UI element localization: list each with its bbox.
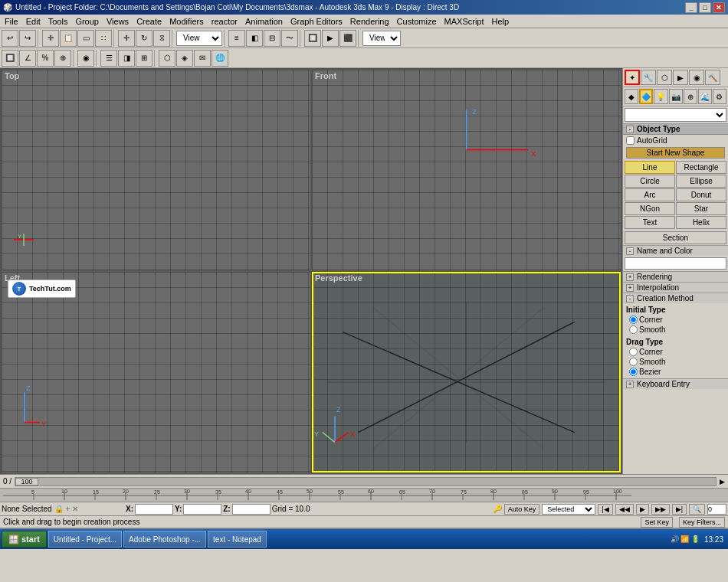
select-object-button[interactable]: ✛	[42, 30, 59, 47]
menu-file[interactable]: File	[2, 16, 21, 27]
render-setup-button[interactable]: 🔲	[304, 30, 321, 47]
viewport-perspective[interactable]: Perspective Z X Y	[312, 272, 621, 472]
environment-effects-button[interactable]: 🌐	[212, 50, 228, 67]
selected-dropdown[interactable]: Selected	[542, 504, 595, 515]
create-panel-button[interactable]: ✦	[625, 70, 640, 85]
keyboard-entry-header[interactable]: + Keyboard Entry	[623, 378, 728, 389]
quick-render-button[interactable]: ⬛	[339, 30, 356, 47]
prev-key-button[interactable]: ◀◀	[615, 504, 634, 515]
z-input[interactable]	[232, 504, 271, 515]
creation-method-toggle[interactable]: -	[626, 295, 634, 302]
shape-star-button[interactable]: Star	[676, 202, 726, 215]
search-button[interactable]: 🔍	[689, 504, 705, 515]
timeline-thumb[interactable]: 100	[15, 478, 38, 486]
taskbar-item-untitled[interactable]: Untitled - Project...	[48, 531, 122, 548]
menu-rendering[interactable]: Rendering	[347, 16, 392, 27]
menu-help[interactable]: Help	[489, 16, 513, 27]
menu-customize[interactable]: Customize	[394, 16, 440, 27]
display-panel-button[interactable]: ◉	[689, 70, 704, 85]
drag-corner-radio[interactable]	[629, 348, 638, 356]
set-key-button[interactable]: Set Key	[641, 517, 673, 528]
named-selection-sets[interactable]: ☰	[100, 50, 117, 67]
undo-button[interactable]: ↩	[2, 30, 18, 47]
hierarchy-panel-button[interactable]: ⬡	[657, 70, 672, 85]
reference-coord-dropdown[interactable]: View Screen World	[176, 31, 222, 46]
menu-views[interactable]: Views	[103, 16, 132, 27]
rendering-header[interactable]: + Rendering	[623, 271, 728, 282]
angle-snap-button[interactable]: ∠	[19, 50, 36, 67]
frame-input[interactable]	[707, 504, 726, 515]
keyboard-entry-toggle[interactable]: +	[626, 381, 634, 388]
shape-rectangle-button[interactable]: Rectangle	[676, 161, 726, 174]
redo-button[interactable]: ↪	[19, 30, 36, 47]
helpers-button[interactable]: ⊕	[684, 89, 697, 104]
layer-manager-button[interactable]: ≡	[228, 30, 245, 47]
initial-smooth-radio[interactable]	[629, 325, 638, 334]
next-key-button[interactable]: ▶▶	[651, 504, 670, 515]
shape-text-button[interactable]: Text	[625, 216, 675, 229]
shape-ellipse-button[interactable]: Ellipse	[676, 175, 726, 188]
percent-snap-button[interactable]: %	[37, 50, 54, 67]
material-editor-button[interactable]: ◈	[176, 50, 193, 67]
object-type-toggle[interactable]: -	[626, 126, 634, 133]
menu-group[interactable]: Group	[72, 16, 102, 27]
array-button[interactable]: ⊞	[136, 50, 152, 67]
y-input[interactable]	[183, 504, 221, 515]
motion-panel-button[interactable]: ▶	[673, 70, 688, 85]
render-button[interactable]: ▶	[322, 30, 339, 47]
autogrid-checkbox[interactable]	[626, 136, 635, 145]
shape-ngon-button[interactable]: NGon	[625, 202, 675, 215]
menu-edit[interactable]: Edit	[23, 16, 44, 27]
lights-button[interactable]: 💡	[654, 89, 667, 104]
name-color-toggle[interactable]: -	[626, 247, 634, 255]
interpolation-header[interactable]: + Interpolation	[623, 282, 728, 293]
menu-tools[interactable]: Tools	[45, 16, 71, 27]
minimize-button[interactable]: _	[685, 2, 697, 13]
maximize-button[interactable]: □	[699, 2, 711, 13]
drag-bezier-radio[interactable]	[629, 368, 638, 376]
prev-frame-button[interactable]: |◀	[598, 504, 612, 515]
menu-maxscript[interactable]: MAXScript	[441, 16, 487, 27]
key-filters-button[interactable]: Key Filters...	[679, 517, 725, 528]
play-button[interactable]: ▶	[636, 504, 649, 515]
isolate-selection-button[interactable]: ◉	[77, 50, 94, 67]
scale-button[interactable]: ⧖	[153, 30, 170, 47]
drag-smooth-radio[interactable]	[629, 358, 638, 366]
viewport-left[interactable]: Left T TechTut.com Z Y	[2, 272, 310, 472]
x-input[interactable]	[135, 504, 173, 515]
start-new-shape-button[interactable]: Start New Shape	[626, 147, 725, 159]
move-button[interactable]: ✛	[118, 30, 135, 47]
set-key-btn[interactable]: Set Key	[641, 517, 673, 528]
menu-reactor[interactable]: reactor	[208, 16, 241, 27]
select-filter-dropdown[interactable]: ∷	[95, 30, 112, 47]
rect-select-button[interactable]: ▭	[77, 30, 94, 47]
shape-line-button[interactable]: Line	[625, 161, 675, 174]
shape-arc-button[interactable]: Arc	[625, 188, 675, 201]
name-input[interactable]	[625, 257, 726, 270]
cameras-button[interactable]: 📷	[669, 89, 683, 104]
geometry-button[interactable]: ◆	[625, 89, 638, 104]
menu-animation[interactable]: Animation	[242, 16, 286, 27]
spinner-snap-button[interactable]: ⊕	[54, 50, 71, 67]
shape-donut-button[interactable]: Donut	[676, 188, 726, 201]
interpolation-toggle[interactable]: +	[626, 284, 634, 292]
shape-section-button[interactable]: Section	[625, 231, 726, 244]
taskbar-item-photoshop[interactable]: Adobe Photoshop -...	[123, 531, 206, 548]
autokey-button[interactable]: Auto Key	[504, 504, 540, 515]
rendering-toggle[interactable]: +	[626, 273, 634, 281]
menu-modifiers[interactable]: Modifiers	[166, 16, 207, 27]
initial-corner-radio[interactable]	[629, 316, 638, 324]
viewport-top[interactable]: Top X Y	[2, 70, 310, 270]
mirror-selected-button[interactable]: ◨	[118, 50, 135, 67]
menu-graph-editors[interactable]: Graph Editors	[287, 16, 346, 27]
next-frame-button[interactable]: ▶|	[672, 504, 687, 515]
name-color-header[interactable]: - Name and Color	[623, 245, 728, 256]
spacewarps-button[interactable]: 🌊	[698, 89, 712, 104]
curve-editor-button[interactable]: 〜	[281, 30, 298, 47]
shape-helix-button[interactable]: Helix	[676, 216, 726, 229]
menu-create[interactable]: Create	[133, 16, 165, 27]
shapes-button[interactable]: 🔷	[639, 89, 653, 104]
close-button[interactable]: ✕	[713, 2, 725, 13]
splines-dropdown[interactable]: Splines	[625, 108, 726, 122]
rotate-button[interactable]: ↻	[136, 30, 152, 47]
